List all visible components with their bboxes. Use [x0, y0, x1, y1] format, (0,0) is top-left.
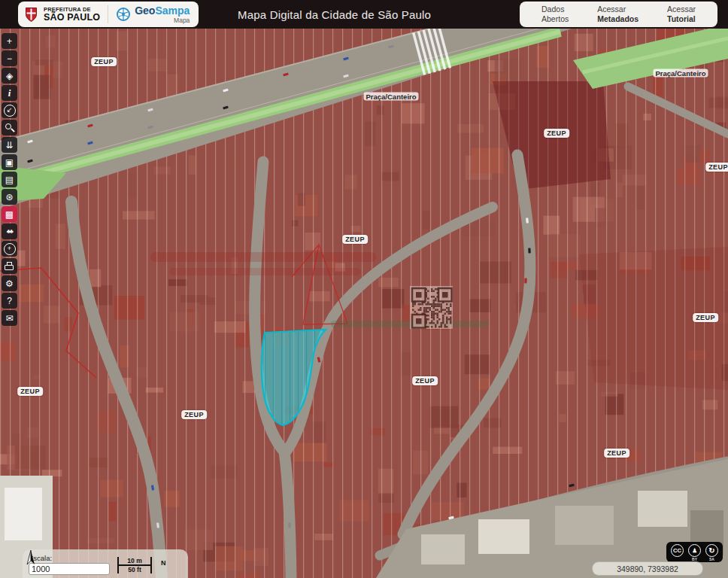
zone-label: ZEUP	[91, 57, 117, 66]
header-nav: Dados Abertos Acessar Metadados Acessar …	[520, 2, 717, 27]
zone-label: ZEUP	[693, 313, 718, 322]
geosampa-app: PREFEITURA DE SÃO PAULO GeoSampa Mapa Ma…	[0, 0, 728, 578]
crosshair-icon: +	[4, 243, 16, 255]
toolbar-help-button[interactable]: ?	[2, 293, 17, 309]
org-line2: SÃO PAULO	[44, 13, 100, 23]
search-icon	[5, 123, 14, 132]
toolbar-search-button[interactable]	[2, 120, 17, 135]
toolbar-settings-button[interactable]: ⚙	[2, 275, 17, 291]
info-icon: i	[8, 88, 11, 98]
save-icon: ▣	[5, 158, 14, 167]
toolbar-save-button[interactable]: ▣	[2, 154, 17, 170]
geosampa-logo: GeoSampa Mapa	[116, 5, 190, 24]
toolbar-select-features-button[interactable]: ⇊	[2, 137, 17, 153]
cc-icon: CC	[671, 544, 684, 557]
plus-icon: +	[7, 37, 12, 46]
scale-metric: 10 m	[117, 557, 152, 566]
zone-label: ZEUP	[604, 449, 629, 458]
toolbar-contact-button[interactable]: ✉	[2, 310, 17, 326]
toolbar-print-button[interactable]	[2, 258, 17, 274]
scale-label: Escala:	[29, 554, 110, 562]
map-toolbar: +−◈i↙⇊▣▤⊛▩♣♣+⚙?✉	[2, 33, 17, 326]
scale-bar: 10 m 50 ft	[117, 557, 152, 573]
measure-icon: ▤	[5, 175, 14, 184]
qr-watermark	[410, 286, 453, 329]
north-arrow-icon	[23, 549, 39, 566]
button-line: Tutorial	[667, 14, 696, 24]
toolbar-measure-button[interactable]: ▤	[2, 172, 17, 187]
logo-divider	[108, 5, 108, 23]
zone-label: ZEUP	[412, 376, 438, 385]
trees-icon: ♣♣	[7, 229, 13, 235]
geosampa-wordmark: GeoSampa Mapa	[135, 5, 190, 24]
toolbar-zoom-out-button[interactable]: −	[2, 50, 17, 66]
button-line: Acessar	[597, 5, 639, 14]
toolbar-center-coordinates-button[interactable]: +	[2, 241, 17, 257]
thematic-map-icon: ▩	[5, 210, 14, 219]
geosampa-globe-icon	[116, 7, 131, 22]
wordmark-geo: Geo	[135, 5, 155, 17]
toolbar-layers-button[interactable]: ◈	[2, 68, 17, 84]
dados-abertos-button[interactable]: Dados Abertos	[534, 3, 576, 26]
map-render	[0, 29, 728, 578]
toolbar-zoom-in-button[interactable]: +	[2, 33, 17, 49]
zone-label: ZEUP	[17, 387, 43, 396]
area-label: Praça/Canteiro	[653, 69, 708, 78]
scale-panel: Escala: 10 m 50 ft N	[23, 549, 188, 578]
gear-icon: ⚙	[5, 279, 14, 288]
acessar-metadados-button[interactable]: Acessar Metadados	[590, 3, 646, 26]
select-arrows-icon: ⇊	[5, 141, 13, 150]
toolbar-street-photos-button[interactable]: ⊛	[2, 189, 17, 205]
logo-area[interactable]: PREFEITURA DE SÃO PAULO GeoSampa Mapa	[18, 2, 199, 27]
scale-input[interactable]	[29, 563, 110, 575]
north-arrow: N	[161, 562, 166, 567]
area-label: Praça/Canteiro	[363, 93, 418, 101]
map-canvas[interactable]: ZEUPZEUPZEUPZEUPZEUPZEUPZEUPZEUPZEUPPraç…	[0, 29, 728, 578]
wordmark-mapa: Mapa	[135, 17, 190, 24]
page-title: Mapa Digital da Cidade de São Paulo	[238, 0, 431, 29]
circle-arrow-icon: ↙	[4, 105, 16, 117]
toolbar-info-button[interactable]: i	[2, 85, 17, 101]
button-line: Metadados	[597, 14, 639, 24]
acessar-tutorial-button[interactable]: Acessar Tutorial	[660, 3, 703, 26]
sa-label: SA	[709, 557, 714, 561]
sp-crest-icon	[24, 7, 38, 23]
button-line: Dados	[541, 5, 569, 14]
reel-icon: ⊛	[5, 193, 13, 202]
toolbar-vegetation-button[interactable]: ♣♣	[2, 224, 17, 239]
wordmark-sampa: Sampa	[155, 5, 190, 17]
question-icon: ?	[7, 297, 12, 306]
minus-icon: −	[7, 54, 12, 63]
button-line: Abertos	[541, 14, 569, 24]
zone-label: ZEUP	[705, 163, 728, 172]
button-line: Acessar	[667, 5, 696, 14]
coordinates-readout: 349890, 7393982	[592, 561, 703, 576]
toolbar-thematic-layers-button[interactable]: ▩	[2, 206, 17, 222]
zone-label: ZEUP	[181, 410, 207, 419]
zone-label: ZEUP	[544, 129, 569, 138]
scale-imperial: 50 ft	[117, 566, 152, 573]
north-label: N	[161, 560, 166, 567]
zone-label: ZEUP	[342, 235, 368, 244]
toolbar-snapshot-button[interactable]: ↙	[2, 102, 17, 118]
license-badge[interactable]: CC ♟ BY ↻ SA	[666, 542, 723, 562]
envelope-icon: ✉	[5, 314, 13, 323]
layers-icon: ◈	[6, 71, 13, 81]
org-name: PREFEITURA DE SÃO PAULO	[44, 7, 100, 22]
share-alike-icon: ↻	[705, 544, 718, 557]
header: PREFEITURA DE SÃO PAULO GeoSampa Mapa Ma…	[0, 0, 728, 29]
printer-icon	[5, 262, 14, 271]
attribution-person-icon: ♟	[688, 544, 701, 557]
